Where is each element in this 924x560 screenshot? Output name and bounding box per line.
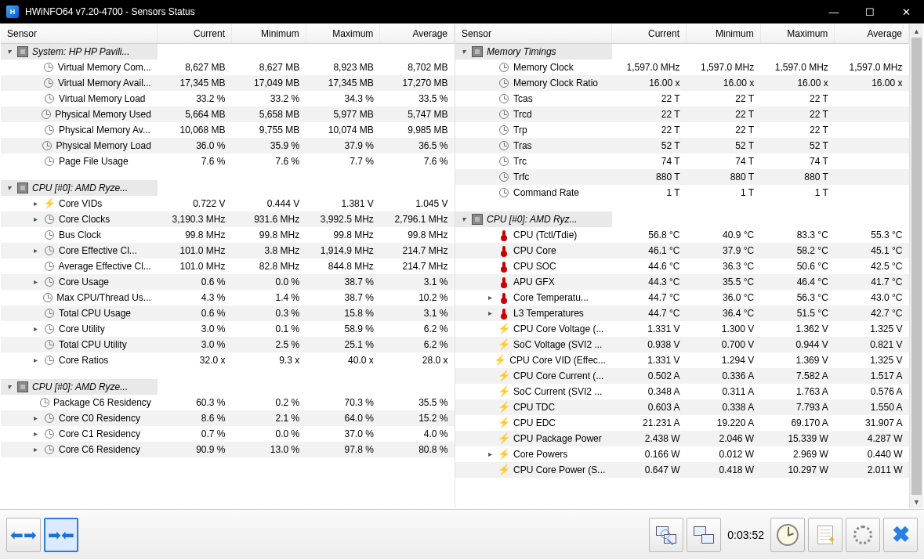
sensor-row[interactable]: ··Tras52 T52 T52 T: [455, 138, 909, 154]
column-header[interactable]: Current: [612, 24, 687, 43]
minimize-button[interactable]: —: [816, 0, 852, 23]
column-header[interactable]: Minimum: [232, 24, 306, 43]
column-header[interactable]: Sensor: [455, 24, 612, 43]
column-header[interactable]: Minimum: [687, 24, 761, 43]
sensor-row[interactable]: ·▸Core C1 Residency0.7 %0.0 %37.0 %4.0 %: [1, 426, 455, 442]
sensor-row[interactable]: ··Max CPU/Thread Us...4.3 %1.4 %38.7 %10…: [1, 290, 455, 305]
sensor-row[interactable]: ··Tcas22 T22 T22 T: [455, 91, 909, 107]
chevron-down-icon[interactable]: ▾: [4, 382, 13, 391]
sensor-row[interactable]: ··Virtual Memory Avail...17,345 MB17,049…: [1, 75, 455, 91]
sensor-row[interactable]: ·▸Core C0 Residency8.6 %2.1 %64.0 %15.2 …: [1, 410, 455, 426]
sensor-row[interactable]: ··⚡CPU Core Current (...0.502 A0.336 A7.…: [455, 368, 909, 384]
group-label[interactable]: CPU [#0]: AMD Ryze...: [32, 381, 128, 392]
sensor-value-max: 7.7 %: [306, 154, 380, 169]
chevron-right-icon[interactable]: ▸: [485, 450, 495, 458]
column-header[interactable]: Average: [835, 24, 909, 43]
chevron-right-icon[interactable]: ▸: [485, 293, 495, 302]
screenshot-button[interactable]: [649, 518, 683, 552]
chevron-down-icon[interactable]: ▾: [4, 183, 13, 192]
sensor-row[interactable]: ·▸Core Clocks3,190.3 MHz931.6 MHz3,992.5…: [1, 211, 455, 227]
sensor-row[interactable]: ··Command Rate1 T1 T1 T: [455, 185, 909, 201]
group-label[interactable]: Memory Timings: [487, 46, 556, 57]
sensor-row[interactable]: ·▸Core Temperatu...44.7 °C36.0 °C56.3 °C…: [455, 290, 909, 305]
sensor-row[interactable]: ··Average Effective Cl...101.0 MHz82.8 M…: [1, 258, 455, 274]
sensor-row[interactable]: ··CPU SOC44.6 °C36.3 °C50.6 °C42.5 °C: [455, 258, 909, 274]
sensor-row[interactable]: ··Page File Usage7.6 %7.6 %7.7 %7.6 %: [1, 154, 455, 169]
scroll-thumb[interactable]: [911, 38, 922, 495]
sensor-row[interactable]: ·▸L3 Temperatures44.7 °C36.4 °C51.5 °C42…: [455, 305, 909, 321]
sensor-row[interactable]: ··Physical Memory Av...10,068 MB9,755 MB…: [1, 122, 455, 138]
sensor-row[interactable]: ··⚡CPU Package Power2.438 W2.046 W15.339…: [455, 431, 909, 446]
sensor-row[interactable]: ··Physical Memory Used5,664 MB5,658 MB5,…: [1, 107, 455, 122]
sensor-row[interactable]: ··⚡CPU Core VID (Effec...1.331 V1.294 V1…: [455, 352, 909, 368]
close-button[interactable]: ✕: [888, 0, 924, 23]
sensor-row[interactable]: ·▸Core Effective Cl...101.0 MHz3.8 MHz1,…: [1, 243, 455, 258]
sensor-row[interactable]: ·▸Core Usage0.6 %0.0 %38.7 %3.1 %: [1, 274, 455, 290]
sensor-row[interactable]: ·▸Core Utility3.0 %0.1 %58.9 %6.2 %: [1, 321, 455, 337]
column-header[interactable]: Average: [380, 24, 455, 43]
column-header[interactable]: Sensor: [1, 24, 158, 43]
chevron-right-icon[interactable]: ▸: [31, 215, 40, 223]
sensor-row[interactable]: ··Physical Memory Load36.0 %35.9 %37.9 %…: [1, 138, 455, 154]
sensor-row[interactable]: ··⚡CPU EDC21.231 A19.220 A69.170 A31.907…: [455, 415, 909, 431]
sensor-row[interactable]: ·▸⚡Core Powers0.166 W0.012 W2.969 W0.440…: [455, 446, 909, 462]
chevron-right-icon[interactable]: ▸: [31, 246, 40, 255]
exit-button[interactable]: ✖: [883, 518, 918, 552]
sensor-row[interactable]: ·▸Core C6 Residency90.9 %13.0 %97.8 %80.…: [1, 442, 455, 457]
chevron-right-icon[interactable]: ▸: [31, 414, 40, 422]
sensor-row[interactable]: ··⚡SoC Current (SVI2 ...0.348 A0.311 A1.…: [455, 384, 909, 399]
sensor-row[interactable]: ··Virtual Memory Load33.2 %33.2 %34.3 %3…: [1, 91, 455, 107]
sensor-row[interactable]: ··Trcd22 T22 T22 T: [455, 107, 909, 122]
sensor-row[interactable]: ··Trfc880 T880 T880 T: [455, 169, 909, 185]
column-header[interactable]: Current: [158, 24, 232, 43]
sensor-row[interactable]: ··Total CPU Utility3.0 %2.5 %25.1 %6.2 %: [1, 337, 455, 352]
group-label[interactable]: CPU [#0]: AMD Ryz...: [487, 214, 578, 225]
scroll-down-button[interactable]: ▼: [910, 495, 923, 508]
maximize-button[interactable]: ☐: [852, 0, 888, 23]
remote-button[interactable]: [687, 518, 721, 552]
chevron-down-icon[interactable]: ▾: [458, 215, 468, 223]
column-header[interactable]: Maximum: [760, 24, 835, 43]
chevron-right-icon[interactable]: ▸: [31, 324, 40, 333]
right-pane[interactable]: SensorCurrentMinimumMaximumAverage▾Memor…: [455, 24, 910, 508]
settings-button[interactable]: [846, 518, 880, 552]
sensor-row[interactable]: ··CPU Core46.1 °C37.9 °C58.2 °C45.1 °C: [455, 243, 909, 258]
chevron-right-icon[interactable]: ▸: [31, 356, 40, 364]
group-label[interactable]: System: HP HP Pavili...: [32, 46, 129, 57]
sensor-row[interactable]: ··Bus Clock99.8 MHz99.8 MHz99.8 MHz99.8 …: [1, 227, 455, 243]
chevron-right-icon[interactable]: ▸: [31, 277, 40, 286]
scroll-up-button[interactable]: ▲: [910, 24, 923, 38]
chevron-right-icon[interactable]: ▸: [31, 199, 40, 208]
sensor-row[interactable]: ··Virtual Memory Com...8,627 MB8,627 MB8…: [1, 60, 455, 75]
scroll-track[interactable]: [910, 38, 923, 495]
chevron-right-icon[interactable]: ▸: [31, 429, 40, 438]
sensor-row[interactable]: ··Trc74 T74 T74 T: [455, 154, 909, 169]
sensor-label: Core C1 Residency: [59, 428, 140, 439]
bolt-icon: ⚡: [498, 432, 510, 445]
sensor-row[interactable]: ··⚡SoC Voltage (SVI2 ...0.938 V0.700 V0.…: [455, 337, 909, 352]
sensor-row[interactable]: ··Memory Clock1,597.0 MHz1,597.0 MHz1,59…: [455, 60, 909, 75]
vertical-scrollbar[interactable]: ▲ ▼: [910, 24, 923, 508]
chevron-right-icon[interactable]: ▸: [485, 309, 495, 317]
sensor-row[interactable]: ··Trp22 T22 T22 T: [455, 122, 909, 138]
group-label[interactable]: CPU [#0]: AMD Ryze...: [32, 182, 128, 193]
sensor-row[interactable]: ··APU GFX44.3 °C35.5 °C46.4 °C41.7 °C: [455, 274, 909, 290]
sensor-row[interactable]: ··Total CPU Usage0.6 %0.3 %15.8 %3.1 %: [1, 305, 455, 321]
sensor-row[interactable]: ··Package C6 Residency60.3 %0.2 %70.3 %3…: [1, 395, 455, 410]
sensor-row[interactable]: ·▸Core Ratios32.0 x9.3 x40.0 x28.0 x: [1, 352, 455, 368]
sensor-row[interactable]: ··CPU (Tctl/Tdie)56.8 °C40.9 °C83.3 °C55…: [455, 227, 909, 243]
chevron-right-icon[interactable]: ▸: [31, 445, 40, 453]
log-button[interactable]: ✦: [808, 518, 842, 552]
sensor-row[interactable]: ·▸⚡Core VIDs0.722 V0.444 V1.381 V1.045 V: [1, 196, 455, 211]
sensor-row[interactable]: ··Memory Clock Ratio16.00 x16.00 x16.00 …: [455, 75, 909, 91]
sensor-row[interactable]: ··⚡CPU Core Voltage (...1.331 V1.300 V1.…: [455, 321, 909, 337]
chevron-down-icon[interactable]: ▾: [458, 47, 468, 56]
collapse-all-button[interactable]: ⬅➡: [6, 518, 41, 552]
column-header[interactable]: Maximum: [306, 24, 380, 43]
left-pane[interactable]: SensorCurrentMinimumMaximumAverage▾Syste…: [1, 24, 455, 508]
clock-reset-button[interactable]: [770, 518, 805, 552]
expand-all-button[interactable]: ➡⬅: [44, 518, 78, 552]
sensor-row[interactable]: ··⚡CPU Core Power (S...0.647 W0.418 W10.…: [455, 462, 909, 478]
sensor-row[interactable]: ··⚡CPU TDC0.603 A0.338 A7.793 A1.550 A: [455, 399, 909, 415]
chevron-down-icon[interactable]: ▾: [4, 47, 13, 56]
